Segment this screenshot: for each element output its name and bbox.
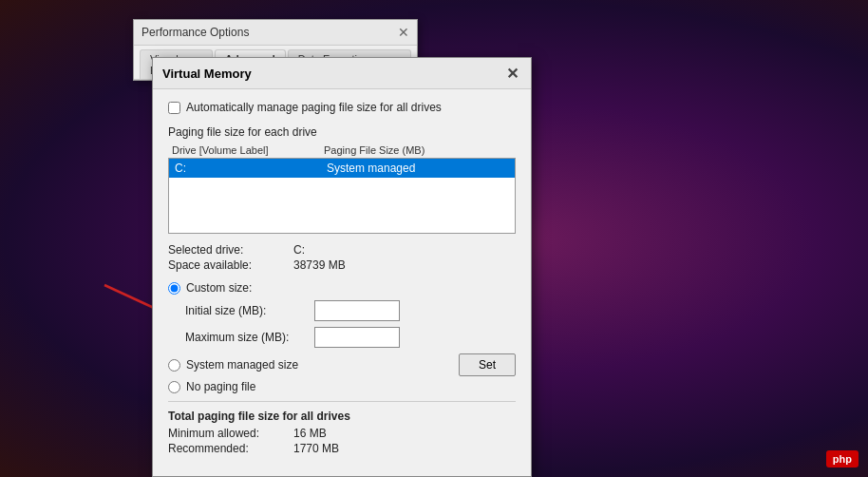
vm-title: Virtual Memory (162, 67, 252, 81)
maximum-size-label: Maximum size (MB): (185, 331, 309, 344)
system-managed-radio[interactable] (168, 359, 180, 372)
selected-drive-label: Selected drive: (168, 243, 292, 257)
minimum-allowed-value: 16 MB (293, 427, 516, 440)
perf-titlebar: Performance Options ✕ (134, 20, 417, 46)
initial-size-label: Initial size (MB): (185, 304, 309, 317)
no-paging-label: No paging file (186, 380, 255, 393)
vm-close-button[interactable]: ✕ (502, 64, 521, 83)
system-managed-radio-row: System managed size (168, 358, 298, 372)
vm-content: Automatically manage paging file size fo… (153, 89, 531, 476)
no-paging-radio[interactable] (168, 381, 180, 393)
custom-size-radio[interactable] (168, 282, 180, 295)
space-available-label: Space available: (168, 258, 292, 272)
recommended-value: 1770 MB (293, 442, 516, 455)
paging-size-cell: System managed (327, 162, 509, 175)
auto-manage-checkbox[interactable] (168, 102, 180, 114)
paging-section-label: Paging file size for each drive (168, 125, 516, 139)
system-managed-label: System managed size (186, 358, 298, 372)
vm-titlebar: Virtual Memory ✕ (153, 58, 531, 89)
selected-drive-value: C: (293, 243, 516, 257)
initial-size-input[interactable] (314, 300, 400, 321)
custom-size-label: Custom size: (186, 281, 252, 295)
total-section-label: Total paging file size for all drives (168, 410, 516, 423)
no-paging-radio-row: No paging file (168, 380, 516, 393)
recommended-label: Recommended: (168, 442, 292, 455)
paging-size-column-header: Paging File Size (MB) (324, 144, 512, 156)
custom-size-radio-row: Custom size: (168, 281, 516, 295)
space-available-value: 38739 MB (293, 258, 516, 272)
maximum-size-input[interactable] (314, 327, 400, 348)
drive-cell: C: (175, 162, 327, 175)
perf-close-icon[interactable]: ✕ (398, 25, 409, 40)
virtual-memory-window: Virtual Memory ✕ Automatically manage pa… (152, 57, 532, 477)
system-managed-row: System managed size Set (168, 353, 516, 376)
php-badge: php (826, 450, 859, 467)
table-row[interactable]: C: System managed (169, 159, 515, 178)
drive-column-header: Drive [Volume Label] (172, 144, 324, 156)
set-button[interactable]: Set (459, 353, 516, 376)
drive-table-header: Drive [Volume Label] Paging File Size (M… (168, 143, 516, 158)
maximum-size-row: Maximum size (MB): (185, 327, 516, 348)
drive-info-grid: Selected drive: C: Space available: 3873… (168, 243, 516, 272)
divider (168, 401, 516, 402)
auto-manage-label: Automatically manage paging file size fo… (186, 101, 442, 114)
auto-manage-row: Automatically manage paging file size fo… (168, 101, 516, 114)
total-info-grid: Minimum allowed: 16 MB Recommended: 1770… (168, 427, 516, 455)
initial-size-row: Initial size (MB): (185, 300, 516, 321)
drive-table[interactable]: C: System managed (168, 158, 516, 234)
perf-title: Performance Options (142, 26, 249, 39)
minimum-allowed-label: Minimum allowed: (168, 427, 292, 440)
